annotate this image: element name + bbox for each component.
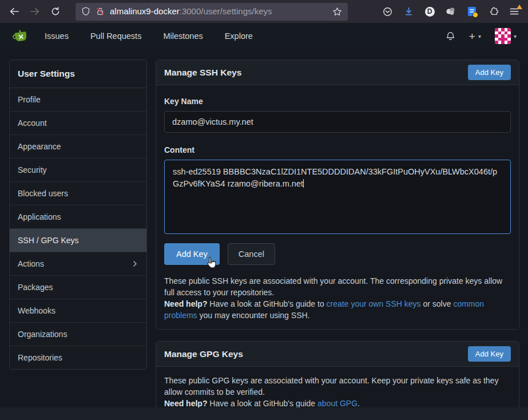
browser-toolbar: almalinux9-docker:3000/user/settings/key… [0,0,528,23]
text-caret [303,179,304,188]
extension-d-button[interactable]: D [422,3,438,19]
yellow-badge-icon [473,12,478,18]
gpg-panel-title: Manage GPG Keys [164,349,243,359]
settings-sidebar: User Settings Profile Account Appearance… [9,60,147,370]
puzzle-piece-icon [489,7,498,17]
letter-d-icon: D [425,7,435,17]
download-icon [404,7,414,17]
notifications-button[interactable] [446,31,455,41]
footer-strip [0,407,528,420]
gpg-description-text: These public GPG keys are associated wit… [164,375,511,398]
chevron-down-icon: ▾ [478,33,481,39]
cancel-button[interactable]: Cancel [228,243,275,265]
app-menu-button[interactable] [506,3,522,19]
back-button[interactable] [6,3,23,20]
bell-icon [446,31,455,41]
nav-link-explore[interactable]: Explore [225,31,253,41]
forward-icon [30,7,40,16]
back-icon [9,7,19,16]
create-ssh-keys-link[interactable]: create your own SSH keys [327,299,421,308]
chevron-right-icon [132,260,138,267]
key-content-textarea[interactable]: ssh-ed25519 BBBBC3NzaC1lZDI1NTE5DDDDIDAN… [164,160,511,234]
key-name-label: Key Name [164,97,511,106]
user-menu-button[interactable]: ▾ [495,28,517,44]
insecure-lock-icon[interactable] [96,7,105,16]
chevron-down-icon: ▾ [514,33,517,39]
nav-link-issues[interactable]: Issues [45,31,69,41]
ssh-description-text: These public SSH keys are associated wit… [164,275,511,298]
sidebar-item-security[interactable]: Security [10,159,146,182]
create-new-button[interactable]: + ▾ [469,31,481,42]
sidebar-item-actions[interactable]: Actions [10,252,146,276]
nav-link-pull-requests[interactable]: Pull Requests [90,31,141,41]
gray-circles-icon [446,6,456,17]
url-host: almalinux9-docker [110,6,180,16]
settings-main: Manage SSH Keys Add Key Key Name Content… [156,60,519,418]
sidebar-item-profile[interactable]: Profile [10,88,146,112]
ssh-panel-title: Manage SSH Keys [164,68,241,78]
forward-button[interactable] [26,3,43,20]
settings-page: User Settings Profile Account Appearance… [0,49,528,418]
nav-links: Issues Pull Requests Milestones Explore [45,31,253,41]
gpg-keys-panel: Manage GPG Keys Add Key These public GPG… [156,341,519,418]
sidebar-item-appearance[interactable]: Appearance [10,135,146,159]
tracking-shield-icon[interactable] [81,7,90,16]
url-bar[interactable]: almalinux9-docker:3000/user/settings/key… [76,3,348,21]
ssh-keys-panel: Manage SSH Keys Add Key Key Name Content… [156,60,519,330]
gitea-cup-icon [11,27,30,45]
ssh-panel-body: Key Name Content ssh-ed25519 BBBBC3NzaC1… [156,85,519,329]
sidebar-item-packages[interactable]: Packages [10,276,146,299]
ssh-panel-header: Manage SSH Keys Add Key [156,60,519,85]
sidebar-item-applications[interactable]: Applications [10,205,146,229]
extension-toolbar: D [379,3,522,19]
url-path: :3000/user/settings/keys [180,6,272,16]
reload-icon [51,7,60,16]
pocket-button[interactable] [379,3,395,19]
pocket-icon [383,7,392,17]
sidebar-item-repositories[interactable]: Repositories [10,346,146,369]
sidebar-title: User Settings [10,60,146,88]
gitea-logo[interactable] [11,27,30,45]
about-gpg-link[interactable]: about GPG [317,399,358,408]
add-key-submit-button[interactable]: Add Key [164,243,220,265]
sidebar-item-organizations[interactable]: Organizations [10,323,146,346]
sidebar-item-ssh-gpg-keys[interactable]: SSH / GPG Keys [10,229,146,252]
sidebar-item-webhooks[interactable]: Webhooks [10,299,146,323]
content-label: Content [164,145,511,154]
extensions-button[interactable] [485,3,501,19]
navbar-right: + ▾ ▾ [446,28,517,44]
form-buttons-row: Add Key Cancel [164,243,511,265]
reload-button[interactable] [47,3,64,20]
update-warning-badge [517,5,522,9]
site-navbar: Issues Pull Requests Milestones Explore … [0,23,528,49]
extension-translate-button[interactable] [464,3,480,19]
downloads-button[interactable] [400,3,416,19]
gpg-add-key-toggle-button[interactable]: Add Key [468,346,511,362]
sidebar-item-account[interactable]: Account [10,112,146,135]
nav-link-milestones[interactable]: Milestones [163,31,203,41]
bookmark-star-icon[interactable] [332,7,342,17]
sidebar-item-blocked-users[interactable]: Blocked users [10,182,146,205]
key-name-input[interactable] [164,111,511,133]
address-text: almalinux9-docker:3000/user/settings/key… [110,6,327,17]
ssh-add-key-toggle-button[interactable]: Add Key [468,65,511,80]
user-avatar [495,28,511,44]
key-content-text: ssh-ed25519 BBBBC3NzaC1lZDI1NTE5DDDDIDAN… [173,167,497,188]
gpg-panel-header: Manage GPG Keys Add Key [156,342,519,367]
plus-icon: + [469,31,475,42]
blue-document-icon [468,7,476,16]
ssh-help-text: Need help? Have a look at GitHub's guide… [164,298,511,321]
extension-circles-button[interactable] [443,3,459,19]
